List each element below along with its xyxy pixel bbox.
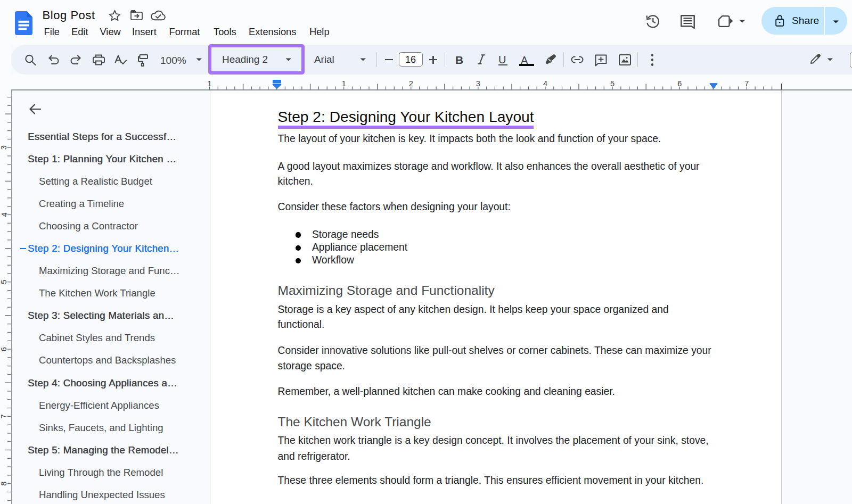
svg-text:3: 3 [0, 145, 9, 150]
svg-text:5: 5 [0, 280, 9, 284]
svg-text:2: 2 [409, 79, 413, 88]
svg-text:5: 5 [610, 79, 615, 88]
svg-text:7: 7 [0, 414, 9, 418]
svg-text:3: 3 [476, 79, 480, 88]
svg-text:7: 7 [744, 79, 749, 88]
svg-text:4: 4 [543, 79, 547, 88]
svg-text:6: 6 [677, 79, 682, 88]
svg-text:4: 4 [0, 212, 9, 217]
svg-text:6: 6 [0, 347, 9, 351]
svg-text:1: 1 [207, 79, 211, 88]
svg-text:1: 1 [342, 79, 346, 88]
svg-text:8: 8 [0, 482, 9, 486]
